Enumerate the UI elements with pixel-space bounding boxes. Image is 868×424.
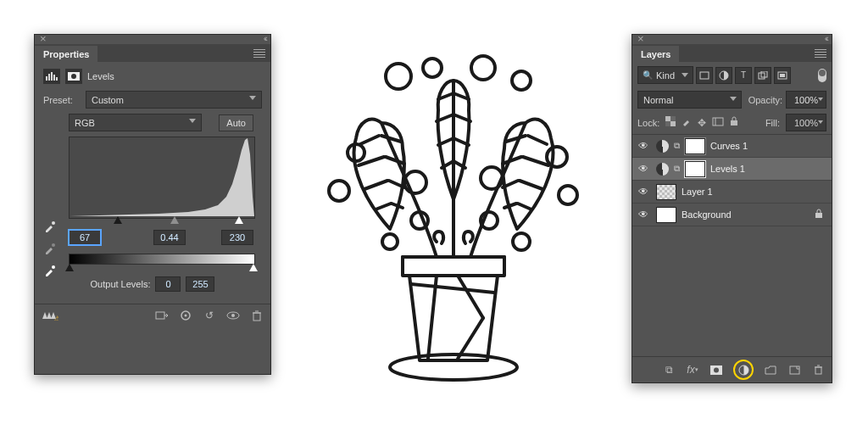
output-gradient[interactable] [69, 254, 255, 265]
visibility-toggle-icon[interactable]: 👁 [636, 186, 651, 198]
svg-line-41 [392, 204, 403, 208]
svg-line-48 [518, 204, 531, 209]
filter-kind-select[interactable]: 🔍 Kind [637, 66, 693, 84]
eyedropper-gray-icon[interactable] [43, 242, 57, 255]
chevron-down-icon [682, 73, 688, 77]
lock-position-icon[interactable]: ✥ [698, 117, 706, 129]
layer-row[interactable]: 👁 Background [632, 204, 832, 226]
chevron-down-icon [818, 98, 823, 101]
new-group-icon[interactable] [764, 363, 777, 377]
svg-line-42 [528, 136, 547, 144]
svg-rect-64 [700, 72, 709, 79]
visibility-toggle-icon[interactable]: 👁 [636, 163, 651, 175]
link-icon[interactable]: ⧉ [674, 164, 680, 174]
lock-label: Lock: [637, 118, 659, 128]
opacity-input[interactable]: 100% [786, 91, 826, 109]
new-adjustment-layer-icon[interactable] [737, 364, 749, 376]
output-low-input[interactable]: 0 [155, 276, 181, 292]
lock-icon[interactable] [815, 209, 823, 220]
layer-thumbnail[interactable] [656, 207, 676, 223]
adjustment-title: Levels [87, 71, 114, 81]
reset-icon[interactable]: ↺ [203, 310, 216, 321]
channel-value: RGB [75, 118, 95, 128]
layer-row[interactable]: 👁 ⧉ Levels 1 [632, 158, 832, 181]
filter-adjustment-icon[interactable] [715, 67, 732, 84]
tab-layers[interactable]: Layers [632, 46, 680, 62]
output-white-handle[interactable] [249, 264, 258, 271]
clip-to-layer-icon[interactable] [155, 310, 169, 321]
layer-effects-icon[interactable]: fx▾ [686, 363, 699, 377]
link-icon[interactable]: ⧉ [674, 141, 680, 151]
mask-thumbnail[interactable] [685, 138, 705, 154]
svg-point-15 [231, 314, 235, 317]
lock-transparency-icon[interactable] [665, 116, 676, 129]
filter-pixel-icon[interactable] [696, 67, 713, 84]
layer-thumbnail[interactable] [656, 184, 676, 200]
collapse-icon[interactable]: ‹‹ [264, 33, 266, 43]
midtone-input[interactable]: 0.44 [153, 230, 186, 245]
filter-type-icon[interactable]: T [735, 67, 752, 84]
layers-list: 👁 ⧉ Curves 1 👁 ⧉ Levels 1 👁 Layer 1 👁 Ba… [632, 135, 832, 226]
eyedropper-black-icon[interactable] [43, 220, 57, 233]
layer-row[interactable]: 👁 Layer 1 [632, 181, 832, 204]
document-canvas [292, 21, 615, 394]
svg-rect-11 [156, 312, 164, 319]
svg-rect-74 [713, 118, 723, 126]
visibility-toggle-icon[interactable]: 👁 [636, 140, 651, 152]
mask-badge-icon [65, 69, 82, 84]
delete-layer-icon[interactable] [811, 363, 825, 377]
svg-point-52 [471, 56, 495, 80]
visibility-toggle-icon[interactable]: 👁 [636, 209, 651, 220]
toggle-visibility-icon[interactable] [226, 310, 240, 321]
tab-properties[interactable]: Properties [35, 46, 98, 62]
collapse-icon[interactable]: ‹‹ [825, 33, 827, 43]
panel-menu-icon[interactable] [815, 49, 826, 59]
shadow-input[interactable]: 67 [69, 230, 101, 245]
output-high-input[interactable]: 255 [186, 276, 214, 292]
preset-label: Preset: [43, 95, 81, 105]
filter-shape-icon[interactable] [754, 67, 771, 84]
blend-mode-select[interactable]: Normal [637, 91, 742, 109]
svg-line-49 [504, 204, 516, 208]
svg-point-8 [52, 243, 55, 247]
eyedropper-white-icon[interactable] [43, 264, 57, 277]
close-icon[interactable]: × [40, 32, 47, 45]
svg-point-63 [513, 233, 530, 250]
new-layer-icon[interactable] [787, 363, 801, 377]
filter-toggle[interactable] [818, 69, 826, 82]
channel-select[interactable]: RGB [69, 114, 202, 131]
shadow-slider-handle[interactable] [114, 216, 122, 224]
fill-label: Fill: [765, 118, 780, 128]
panel-header[interactable]: × ‹‹ [35, 35, 270, 45]
panel-header[interactable]: × ‹‹ [632, 35, 832, 45]
panel-menu-icon[interactable] [253, 49, 265, 59]
midtone-slider-handle[interactable] [170, 216, 179, 224]
highlight-input[interactable]: 230 [221, 230, 253, 245]
highlight-circle [733, 360, 754, 380]
output-black-handle[interactable] [65, 264, 74, 271]
svg-line-38 [364, 181, 387, 189]
svg-line-34 [360, 136, 379, 144]
auto-button[interactable]: Auto [219, 114, 253, 131]
layer-row[interactable]: 👁 ⧉ Curves 1 [632, 135, 832, 158]
highlight-slider-handle[interactable] [235, 216, 243, 224]
input-slider[interactable] [69, 219, 253, 227]
lock-artboard-icon[interactable] [712, 117, 724, 129]
fill-input[interactable]: 100% [786, 114, 826, 131]
chevron-down-icon [249, 96, 256, 100]
layer-name: Levels 1 [710, 164, 745, 174]
svg-rect-16 [253, 313, 260, 321]
delete-icon[interactable] [250, 310, 264, 321]
close-icon[interactable]: × [637, 32, 644, 45]
svg-rect-69 [780, 74, 785, 77]
filter-smart-icon[interactable] [774, 67, 791, 84]
link-layers-icon[interactable]: ⧉ [662, 363, 676, 377]
view-previous-icon[interactable] [179, 310, 192, 321]
histogram[interactable] [69, 137, 255, 219]
lock-pixels-icon[interactable] [682, 116, 692, 129]
lock-all-icon[interactable] [730, 116, 738, 129]
preset-select[interactable]: Custom [86, 91, 262, 109]
mask-thumbnail[interactable] [685, 161, 705, 177]
clip-warning-icon[interactable]: ⚠ [42, 308, 58, 324]
add-mask-icon[interactable] [709, 363, 723, 377]
